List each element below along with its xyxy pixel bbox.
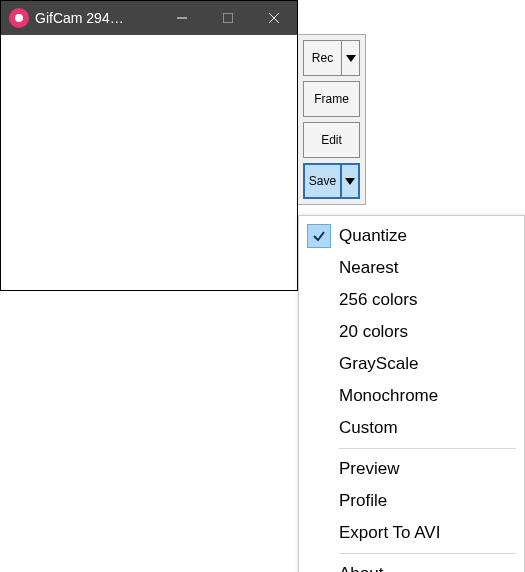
app-icon [9,8,29,28]
menu-item-label: Quantize [339,226,524,246]
check-icon [307,224,331,248]
menu-check-slot [299,224,339,248]
menu-item-label: About [339,564,524,572]
window-controls [159,1,297,35]
titlebar[interactable]: GifCam 294… [1,1,297,35]
rec-button[interactable]: Rec [303,40,360,76]
menu-item[interactable]: About [299,558,524,572]
edit-button[interactable]: Edit [303,122,360,158]
maximize-button[interactable] [205,1,251,35]
menu-item-label: Monochrome [339,386,524,406]
close-icon [268,12,280,24]
menu-item[interactable]: 256 colors [299,284,524,316]
menu-item[interactable]: GrayScale [299,348,524,380]
close-button[interactable] [251,1,297,35]
save-label: Save [309,174,336,188]
menu-item[interactable]: Preview [299,453,524,485]
menu-item[interactable]: Profile [299,485,524,517]
menu-item[interactable]: Export To AVI [299,517,524,549]
menu-item[interactable]: Custom [299,412,524,444]
svg-rect-1 [224,14,233,23]
app-window: GifCam 294… [0,0,298,291]
window-title: GifCam 294… [35,10,159,26]
menu-item[interactable]: Monochrome [299,380,524,412]
menu-item-label: 256 colors [339,290,524,310]
menu-item-label: Export To AVI [339,523,524,543]
menu-separator [339,448,516,449]
menu-item-label: Custom [339,418,524,438]
chevron-down-icon [346,55,356,62]
rec-label: Rec [312,51,333,65]
menu-item-label: GrayScale [339,354,524,374]
edit-label: Edit [321,133,342,147]
menu-item[interactable]: Nearest [299,252,524,284]
save-dropdown-button[interactable] [340,165,358,197]
menu-item-label: Preview [339,459,524,479]
menu-separator [339,553,516,554]
frame-button[interactable]: Frame [303,81,360,117]
save-button[interactable]: Save [303,163,360,199]
chevron-down-icon [345,178,355,185]
capture-area [1,35,297,290]
minimize-icon [176,12,188,24]
frame-label: Frame [314,92,349,106]
menu-item[interactable]: 20 colors [299,316,524,348]
menu-item-label: Profile [339,491,524,511]
rec-dropdown-button[interactable] [341,41,359,75]
side-toolbar: Rec Frame Edit Save [298,34,366,205]
save-dropdown-menu: QuantizeNearest256 colors20 colorsGraySc… [298,215,525,572]
menu-item-label: Nearest [339,258,524,278]
menu-item[interactable]: Quantize [299,220,524,252]
maximize-icon [222,12,234,24]
minimize-button[interactable] [159,1,205,35]
menu-item-label: 20 colors [339,322,524,342]
